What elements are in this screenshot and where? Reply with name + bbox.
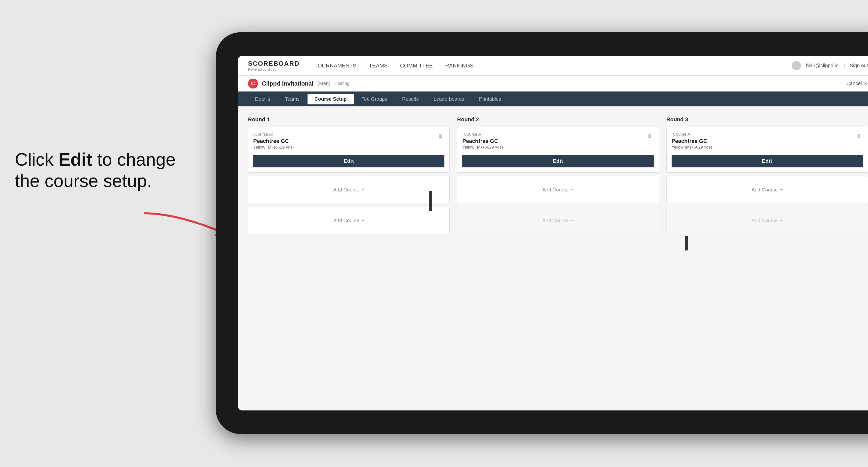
round-1-add-course-1[interactable]: Add Course + [248, 176, 450, 204]
annotation-text: Click Edit to change the course setup. [15, 149, 188, 192]
tab-results[interactable]: Results [395, 94, 426, 104]
round-2-add-label-2: Add Course [542, 218, 569, 223]
brand-subtitle: Powered by clippd [248, 67, 300, 71]
round-1-course-card: (Course A) Peachtree GC Yellow (M) (6629… [248, 127, 450, 173]
tab-details[interactable]: Details [248, 94, 277, 104]
nav-links: TOURNAMENTS TEAMS COMMITTEE RANKINGS [314, 62, 792, 69]
plus-icon-r3: + [780, 187, 783, 193]
tablet-frame: SCOREBOARD Powered by clippd TOURNAMENTS… [216, 32, 868, 434]
tournament-gender: (Men) [317, 81, 330, 86]
annotation-pre: Click [15, 150, 59, 169]
nav-tournaments[interactable]: TOURNAMENTS [314, 62, 356, 69]
round-3-course-name: Peachtree GC [672, 138, 712, 144]
tournament-logo: C [248, 79, 258, 89]
trash-icon-2: 🗑 [648, 133, 652, 138]
volume-button [429, 191, 432, 211]
add-course-1-label: Add Course [333, 187, 359, 193]
round-1-edit-button[interactable]: Edit [253, 155, 444, 167]
round-3-add-label-2: Add Course [751, 218, 778, 223]
plus-icon: + [361, 187, 365, 193]
round-2-delete-icon[interactable]: 🗑 [646, 132, 654, 139]
round-3-card-header: (Course A) Peachtree GC Yellow (M) (6629… [672, 132, 863, 154]
trash-icon: 🗑 [438, 133, 443, 138]
round-2-edit-button[interactable]: Edit [462, 155, 653, 167]
secondary-bar: C Clippd Invitational (Men) Hosting Canc… [238, 75, 868, 92]
round-3-edit-button[interactable]: Edit [672, 155, 863, 167]
nav-teams[interactable]: TEAMS [369, 62, 388, 69]
tablet-screen: SCOREBOARD Powered by clippd TOURNAMENTS… [238, 56, 868, 410]
round-2-course-card: (Course A) Peachtree GC Yellow (M) (6629… [457, 127, 659, 173]
round-3-course-label: (Course A) [672, 132, 712, 137]
round-3-title: Round 3 [666, 116, 868, 123]
round-3-add-course-2: Add Course + [666, 207, 868, 234]
round-2-title: Round 2 [457, 116, 659, 123]
nav-right: blair@clippd.io | Sign out [792, 61, 868, 70]
plus-icon-r2-2: + [570, 217, 574, 224]
user-avatar [792, 61, 801, 70]
hosting-badge: Hosting [334, 81, 349, 86]
plus-icon-2: + [361, 217, 365, 224]
round-1-title: Round 1 [248, 116, 450, 123]
separator: | [843, 63, 845, 68]
rounds-container: Round 1 (Course A) Peachtree GC Yellow (… [248, 116, 868, 238]
plus-icon-r3-2: + [780, 217, 783, 224]
brand-title: SCOREBOARD [248, 60, 300, 67]
annotation-bold: Edit [59, 150, 92, 169]
sign-out-link[interactable]: Sign out [850, 63, 868, 68]
tab-teams[interactable]: Teams [278, 94, 307, 104]
nav-committee[interactable]: COMMITTEE [400, 62, 433, 69]
tab-leaderboards[interactable]: Leaderboards [427, 94, 471, 104]
round-1-course-details: Yellow (M) (6629 yds) [253, 145, 294, 150]
round-1-course-label: (Course A) [253, 132, 294, 137]
round-3-course-card: (Course A) Peachtree GC Yellow (M) (6629… [666, 127, 868, 173]
round-2-add-course-1[interactable]: Add Course + [457, 176, 659, 204]
tab-course-setup[interactable]: Course Setup [308, 94, 354, 104]
user-email: blair@clippd.io [806, 63, 838, 68]
round-1-delete-icon[interactable]: 🗑 [437, 132, 444, 139]
nav-rankings[interactable]: RANKINGS [445, 62, 474, 69]
round-2-course-label: (Course A) [462, 132, 503, 137]
round-2-card-header: (Course A) Peachtree GC Yellow (M) (6629… [462, 132, 653, 154]
tab-bar: Details Teams Course Setup Tee Groups Re… [238, 92, 868, 106]
round-2-course-name: Peachtree GC [462, 138, 503, 144]
round-2-add-course-2: Add Course + [457, 207, 659, 234]
round-1-column: Round 1 (Course A) Peachtree GC Yellow (… [248, 116, 450, 238]
plus-icon-r2: + [570, 187, 574, 193]
round-3-delete-icon[interactable]: 🗑 [855, 132, 863, 139]
add-course-2-label: Add Course [333, 218, 359, 223]
round-2-column: Round 2 (Course A) Peachtree GC Yellow (… [457, 116, 659, 238]
cancel-button[interactable]: Cancel ✕ [846, 81, 868, 87]
main-content: Round 1 (Course A) Peachtree GC Yellow (… [238, 106, 868, 410]
round-3-add-label-1: Add Course [751, 187, 778, 193]
round-3-column: Round 3 (Course A) Peachtree GC Yellow (… [666, 116, 868, 238]
brand-logo: SCOREBOARD Powered by clippd [248, 60, 300, 71]
round-3-course-details: Yellow (M) (6629 yds) [672, 145, 712, 150]
round-3-add-course-1[interactable]: Add Course + [666, 176, 868, 204]
tab-tee-groups[interactable]: Tee Groups [354, 94, 394, 104]
round-2-add-label-1: Add Course [542, 187, 569, 193]
power-button [685, 236, 688, 250]
round-1-card-header: (Course A) Peachtree GC Yellow (M) (6629… [253, 132, 444, 154]
top-navigation: SCOREBOARD Powered by clippd TOURNAMENTS… [238, 56, 868, 75]
round-1-add-course-2[interactable]: Add Course + [248, 207, 450, 234]
tournament-name: Clippd Invitational [262, 80, 313, 87]
tab-printables[interactable]: Printables [472, 94, 508, 104]
round-2-course-details: Yellow (M) (6629 yds) [462, 145, 503, 150]
round-1-course-name: Peachtree GC [253, 138, 294, 144]
close-icon: ✕ [864, 81, 868, 87]
trash-icon-3: 🗑 [857, 133, 862, 138]
